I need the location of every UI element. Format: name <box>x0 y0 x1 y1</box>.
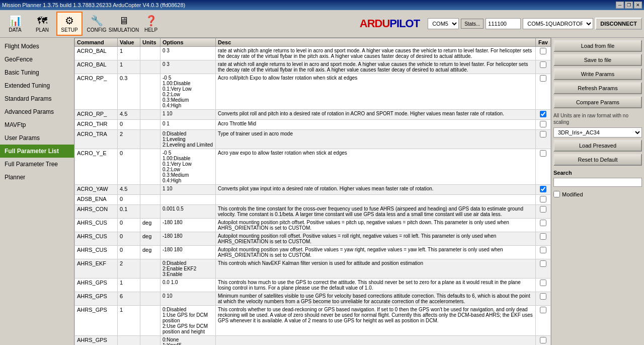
toolbar-data-btn[interactable]: 📊 DATA <box>2 12 28 36</box>
sidebar-item-flight-modes[interactable]: Flight Modes <box>0 40 74 53</box>
sidebar-item-extended-tuning[interactable]: Extended Tuning <box>0 79 74 92</box>
cell-value[interactable]: 4.5 <box>118 185 140 195</box>
write-params-button[interactable]: Write Params <box>553 68 642 80</box>
cell-value[interactable]: 2 <box>118 259 140 279</box>
fav-checkbox[interactable] <box>540 260 546 267</box>
reset-to-default-button[interactable]: Reset to Default <box>553 154 642 166</box>
cell-fav[interactable] <box>536 279 551 292</box>
cell-fav[interactable] <box>536 292 551 306</box>
cell-command[interactable]: ACRO_RP_ <box>75 74 118 110</box>
cell-command[interactable]: ACRO_BAL <box>75 60 118 74</box>
title-bar-controls[interactable]: ─ ❐ ✕ <box>616 2 642 9</box>
fav-checkbox[interactable] <box>540 280 546 286</box>
sidebar-item-full-param-list[interactable]: Full Parameter List <box>0 145 74 158</box>
fav-checkbox[interactable] <box>540 61 546 68</box>
cell-fav[interactable] <box>536 74 551 110</box>
cell-fav[interactable] <box>536 232 551 246</box>
cell-command[interactable]: ACRO_BAL <box>75 47 118 60</box>
cell-fav[interactable] <box>536 195 551 205</box>
cell-command[interactable]: AHRS_CUS <box>75 232 118 246</box>
cell-value[interactable]: 1 <box>118 306 140 336</box>
cell-command[interactable]: ACRO_Y_E <box>75 149 118 185</box>
compare-params-button[interactable]: Compare Params <box>553 96 642 108</box>
toolbar-simulation-btn[interactable]: 🖥 SIMULATION <box>111 12 137 36</box>
header-command[interactable]: Command <box>75 38 118 47</box>
fav-checkbox[interactable] <box>540 196 546 202</box>
cell-command[interactable]: AHRS_GPS <box>75 279 118 292</box>
header-desc[interactable]: Desc <box>216 38 536 47</box>
sidebar-item-full-param-tree[interactable]: Full Parameter Tree <box>0 158 74 171</box>
cell-value[interactable]: 0.1 <box>118 205 140 219</box>
restore-btn[interactable]: ❐ <box>625 2 633 9</box>
cell-value[interactable]: 0.3 <box>118 74 140 110</box>
cell-value[interactable]: 0 <box>118 232 140 246</box>
cell-command[interactable]: AHRS_GPS <box>75 292 118 306</box>
load-from-file-button[interactable]: Load from file <box>553 40 642 52</box>
cell-fav[interactable] <box>536 60 551 74</box>
sidebar-item-basic-tuning[interactable]: Basic Tuning <box>0 66 74 79</box>
fav-checkbox[interactable] <box>540 48 546 54</box>
cell-fav[interactable] <box>536 149 551 185</box>
cell-command[interactable]: AHRS_CUS <box>75 246 118 259</box>
cell-value[interactable]: 0 <box>118 120 140 130</box>
cell-fav[interactable] <box>536 219 551 232</box>
fav-checkbox[interactable] <box>540 220 546 226</box>
cell-command[interactable]: AHRS_EKF <box>75 259 118 279</box>
save-to-file-button[interactable]: Save to file <box>553 54 642 66</box>
cell-value[interactable]: 1 <box>118 47 140 60</box>
profile-dropdown[interactable]: 3DR_Iris+_AC34 <box>553 127 642 137</box>
refresh-params-button[interactable]: Refresh Params <box>553 82 642 94</box>
sidebar-item-geofence[interactable]: GeoFence <box>0 53 74 66</box>
cell-value[interactable]: 1 <box>118 279 140 292</box>
modified-checkbox[interactable] <box>553 191 560 197</box>
fav-checkbox[interactable] <box>540 131 546 137</box>
cell-value[interactable]: 2 <box>118 130 140 149</box>
sidebar-item-user-params[interactable]: User Params <box>0 131 74 145</box>
cell-fav[interactable] <box>536 336 551 346</box>
disconnect-button[interactable]: DISCONNECT <box>595 18 642 30</box>
cell-value[interactable]: 0 <box>118 246 140 259</box>
fav-checkbox[interactable] <box>540 121 546 127</box>
header-fav[interactable]: Fav <box>536 38 551 47</box>
cell-command[interactable]: AHRS_GPS <box>75 336 118 346</box>
cell-command[interactable]: ADSB_ENA <box>75 195 118 205</box>
sidebar-item-advanced-params[interactable]: Advanced Params <box>0 105 74 118</box>
toolbar-help-btn[interactable]: ❓ HELP <box>138 12 164 36</box>
cell-fav[interactable] <box>536 110 551 120</box>
toolbar-config-btn[interactable]: 🔧 CONFIG <box>84 12 110 36</box>
header-value[interactable]: Value <box>118 38 140 47</box>
fav-checkbox[interactable] <box>540 307 546 313</box>
baud-rate-input[interactable] <box>486 18 521 29</box>
cell-command[interactable]: ACRO_THR <box>75 120 118 130</box>
header-options[interactable]: Options <box>160 38 216 47</box>
cell-command[interactable]: ACRO_YAW <box>75 185 118 195</box>
fav-checkbox[interactable] <box>540 247 546 253</box>
cell-value[interactable]: 6 <box>118 292 140 306</box>
cell-command[interactable]: ACRO_TRA <box>75 130 118 149</box>
cell-value[interactable]: 4.5 <box>118 110 140 120</box>
fav-checkbox[interactable] <box>540 75 546 82</box>
fav-checkbox[interactable] <box>540 337 546 343</box>
close-btn[interactable]: ✕ <box>634 2 642 9</box>
sidebar-item-planner[interactable]: Planner <box>0 171 74 184</box>
cell-fav[interactable] <box>536 130 551 149</box>
cell-value[interactable] <box>118 336 140 346</box>
cell-fav[interactable] <box>536 259 551 279</box>
fav-checkbox[interactable] <box>540 233 546 240</box>
cell-value[interactable]: 1 <box>118 60 140 74</box>
fav-checkbox[interactable] <box>540 186 546 192</box>
toolbar-setup-btn[interactable]: ⚙ SETUP <box>56 12 83 36</box>
cell-command[interactable]: AHRS_CUS <box>75 219 118 232</box>
cell-fav[interactable] <box>536 120 551 130</box>
cell-fav[interactable] <box>536 205 551 219</box>
cell-command[interactable]: ACRO_RP_ <box>75 110 118 120</box>
cell-fav[interactable] <box>536 246 551 259</box>
cell-command[interactable]: AHRS_GPS <box>75 306 118 336</box>
sidebar-item-standard-params[interactable]: Standard Params <box>0 92 74 105</box>
minimize-btn[interactable]: ─ <box>616 2 624 9</box>
cell-fav[interactable] <box>536 47 551 60</box>
search-input[interactable] <box>553 178 642 187</box>
sidebar-item-mavftp[interactable]: MAVFtp <box>0 118 74 131</box>
com-port-select[interactable]: COM5 <box>428 18 459 29</box>
stats-button[interactable]: Stats... <box>461 19 484 29</box>
